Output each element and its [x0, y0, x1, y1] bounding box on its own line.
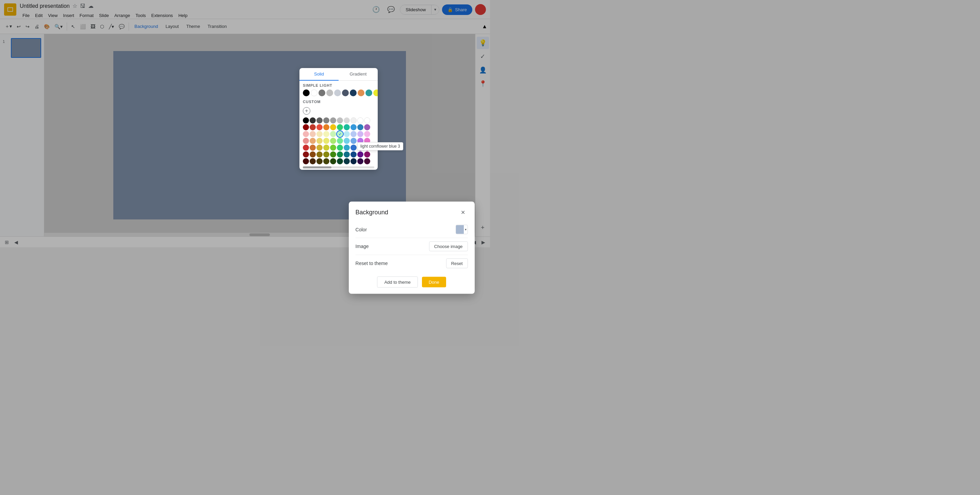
theme-color-swatch-3[interactable]: [326, 89, 333, 96]
solid-tab[interactable]: Solid: [299, 68, 339, 81]
palette-swatch-2-7[interactable]: [350, 131, 356, 137]
palette-swatch-1-6[interactable]: [344, 124, 350, 130]
menu-file[interactable]: File: [20, 12, 32, 19]
layout-toolbar-btn[interactable]: Layout: [162, 22, 182, 30]
palette-swatch-4-3[interactable]: [323, 145, 329, 151]
palette-swatch-2-3[interactable]: [323, 131, 329, 137]
palette-swatch-1-5[interactable]: [337, 124, 343, 130]
transition-toolbar-btn[interactable]: Transition: [204, 22, 231, 30]
comments-button[interactable]: 💬: [385, 3, 397, 16]
menu-tools[interactable]: Tools: [133, 12, 148, 19]
line-button[interactable]: ╱▾: [107, 21, 116, 32]
zoom-button[interactable]: 🔍▾: [52, 21, 65, 32]
check-icon[interactable]: ✓: [477, 50, 489, 63]
slideshow-label[interactable]: Slideshow: [400, 5, 431, 14]
theme-color-swatch-9[interactable]: [373, 89, 378, 96]
palette-swatch-0-8[interactable]: [357, 117, 363, 124]
palette-swatch-1-2[interactable]: [317, 124, 323, 130]
theme-color-swatch-4[interactable]: [334, 89, 341, 96]
palette-swatch-0-7[interactable]: [350, 117, 356, 124]
palette-swatch-2-1[interactable]: [310, 131, 316, 137]
theme-color-swatch-7[interactable]: [358, 89, 364, 96]
palette-swatch-2-2[interactable]: [317, 131, 323, 137]
print-button[interactable]: 🖨: [32, 21, 41, 32]
redo-button[interactable]: ↪: [24, 21, 32, 32]
palette-swatch-3-5[interactable]: [337, 138, 343, 144]
palette-swatch-5-5[interactable]: [337, 151, 343, 158]
palette-swatch-2-8[interactable]: [357, 131, 363, 137]
menu-help[interactable]: Help: [176, 12, 190, 19]
palette-swatch-2-4[interactable]: [330, 131, 336, 137]
palette-swatch-4-0[interactable]: [303, 145, 309, 151]
palette-swatch-6-4[interactable]: [330, 158, 336, 164]
cursor-button[interactable]: ↖: [69, 21, 77, 32]
cloud-icon[interactable]: ☁: [88, 3, 94, 9]
menu-arrange[interactable]: Arrange: [111, 12, 133, 19]
palette-swatch-0-3[interactable]: [323, 117, 329, 124]
palette-swatch-0-9[interactable]: [364, 117, 370, 124]
menu-slide[interactable]: Slide: [96, 12, 111, 19]
slide-thumbnail-1[interactable]: 1: [3, 38, 41, 58]
star-icon[interactable]: ☆: [73, 3, 77, 9]
menu-insert[interactable]: Insert: [60, 12, 77, 19]
share-button[interactable]: 🔒 Share: [442, 5, 472, 15]
palette-swatch-0-5[interactable]: [337, 117, 343, 124]
add-panel-icon[interactable]: +: [477, 221, 489, 234]
palette-swatch-0-1[interactable]: [310, 117, 316, 124]
palette-swatch-5-6[interactable]: [344, 151, 350, 158]
palette-swatch-1-7[interactable]: [350, 124, 356, 130]
add-custom-color-button[interactable]: +: [303, 107, 310, 115]
palette-swatch-0-6[interactable]: [344, 117, 350, 124]
palette-swatch-6-0[interactable]: [303, 158, 309, 164]
palette-swatch-6-5[interactable]: [337, 158, 343, 164]
palette-swatch-1-8[interactable]: [357, 124, 363, 130]
grid-view-button[interactable]: ⊞: [3, 238, 11, 246]
palette-swatch-1-9[interactable]: [364, 124, 370, 130]
palette-swatch-4-6[interactable]: [344, 145, 350, 151]
palette-swatch-6-2[interactable]: [317, 158, 323, 164]
theme-color-swatch-8[interactable]: [366, 89, 372, 96]
palette-swatch-2-6[interactable]: [344, 131, 350, 137]
palette-swatch-3-6[interactable]: [344, 138, 350, 144]
palette-swatch-1-4[interactable]: [330, 124, 336, 130]
palette-swatch-3-3[interactable]: [323, 138, 329, 144]
text-box-button[interactable]: ⬜: [78, 21, 88, 32]
palette-swatch-4-5[interactable]: [337, 145, 343, 151]
collapse-toolbar[interactable]: ▲: [482, 24, 487, 30]
doc-title[interactable]: Untitled presentation: [20, 3, 70, 9]
history-button[interactable]: 🕐: [370, 3, 382, 16]
undo-button[interactable]: ↩: [14, 21, 23, 32]
theme-color-swatch-2[interactable]: [318, 89, 325, 96]
slides-panel-toggle[interactable]: ◀: [12, 238, 20, 246]
palette-swatch-1-3[interactable]: [323, 124, 329, 130]
paint-format-button[interactable]: 🎨: [42, 21, 52, 32]
palette-swatch-0-0[interactable]: [303, 117, 309, 124]
theme-toolbar-btn[interactable]: Theme: [183, 22, 203, 30]
palette-swatch-4-7[interactable]: [350, 145, 356, 151]
people-icon[interactable]: 👤: [477, 64, 489, 76]
app-logo[interactable]: [4, 3, 16, 16]
palette-swatch-4-2[interactable]: [317, 145, 323, 151]
palette-swatch-6-7[interactable]: [350, 158, 356, 164]
comment-button[interactable]: 💬: [117, 21, 127, 32]
palette-swatch-5-7[interactable]: [350, 151, 356, 158]
scrollbar-thumb[interactable]: [250, 233, 270, 236]
palette-swatch-6-6[interactable]: [344, 158, 350, 164]
image-button[interactable]: 🖼: [89, 21, 97, 32]
palette-swatch-2-5[interactable]: [337, 131, 343, 137]
palette-swatch-6-1[interactable]: [310, 158, 316, 164]
palette-swatch-2-0[interactable]: [303, 131, 309, 137]
folder-icon[interactable]: 🖫: [80, 3, 86, 9]
palette-swatch-5-2[interactable]: [317, 151, 323, 158]
menu-format[interactable]: Format: [77, 12, 96, 19]
theme-color-swatch-0[interactable]: [303, 89, 310, 96]
palette-swatch-4-1[interactable]: [310, 145, 316, 151]
map-icon[interactable]: 📍: [477, 78, 489, 90]
theme-color-swatch-5[interactable]: [342, 89, 349, 96]
palette-swatch-6-8[interactable]: [357, 158, 363, 164]
palette-swatch-4-4[interactable]: [330, 145, 336, 151]
slideshow-dropdown-arrow[interactable]: ▾: [431, 5, 439, 14]
slideshow-button[interactable]: Slideshow ▾: [400, 5, 439, 14]
shapes-button[interactable]: ⬡: [98, 21, 106, 32]
next-slide-button[interactable]: ▶: [479, 238, 487, 246]
